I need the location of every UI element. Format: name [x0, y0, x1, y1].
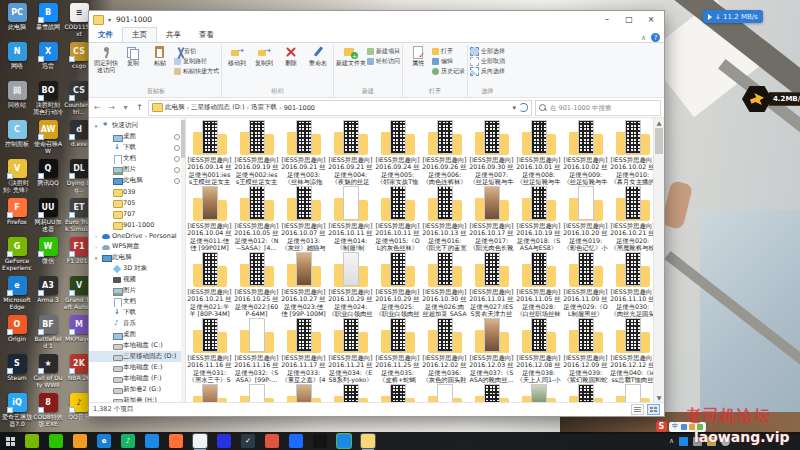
ime-mode-label[interactable]: 中 [672, 422, 679, 431]
desktop-icon-Steam[interactable]: SSteam [2, 354, 32, 393]
file-item[interactable] [468, 384, 515, 402]
file-item[interactable]: [IESS异思趣向] 2016.11.09 丝足便当029:《OL制服黑丝》小.… [562, 252, 609, 318]
taskbar-icon-baidu-pan[interactable] [217, 434, 231, 448]
taskbar-icon-app-red[interactable] [265, 434, 279, 448]
forward-button[interactable]: → [106, 103, 117, 112]
maximize-button[interactable]: □ [618, 12, 640, 27]
tab-view[interactable]: 查看 [190, 28, 223, 42]
file-item[interactable]: [IESS异思趣向] 2016.10.27 丝足便当023:佳佳 [99P-10… [280, 252, 327, 318]
file-item[interactable] [374, 384, 421, 402]
file-item[interactable] [562, 384, 609, 402]
desktop-icon-暴雪战网[interactable]: B暴雪战网 [33, 3, 63, 42]
back-button[interactable]: ← [92, 103, 103, 112]
delete-button[interactable]: 删除 [278, 45, 304, 67]
desktop-icon-网易UU加速器[interactable]: UU网易UU加速器 [33, 198, 63, 237]
file-item[interactable]: [IESS异思趣向] 2016.10.25 丝足便当022:[60P-64M] [233, 252, 280, 318]
search-box[interactable] [535, 100, 661, 116]
file-item[interactable]: [IESS异思趣向] 2016.09.24 丝足便当005:《邻家女孩T恤黑丝.… [374, 120, 421, 186]
desktop-icon-回收站[interactable]: 回回收站 [2, 81, 32, 120]
nav-item-本地磁盘 (F:)[interactable]: 本地磁盘 (F:) [89, 373, 185, 384]
file-item[interactable]: [IESS异思趣向] 2016.12.02 丝足便当036:《灰色的圆头鞋意..… [421, 318, 468, 384]
file-item[interactable]: [IESS异思趣向] 2016.10.29 丝足便当025:《职业白领肉丝细..… [374, 252, 421, 318]
select-none-button[interactable]: 全部取消 [470, 57, 505, 66]
file-item[interactable] [280, 384, 327, 402]
breadcrumb-segment[interactable]: 迅雷下载 [251, 103, 277, 112]
easy-access-button[interactable]: 轻松访问 [367, 57, 400, 66]
file-item[interactable]: [IESS异思趣向] 2016.11.16 丝足便当032:《SASA》[99P… [233, 318, 280, 384]
tab-file[interactable]: 文件 [89, 28, 122, 42]
desktop-icon-COD8特效版.EXE[interactable]: 8COD8特效版.EXE [33, 393, 63, 432]
nav-item-新加卷2 (G:)[interactable]: 新加卷2 (G:) [89, 384, 185, 395]
file-item[interactable]: [IESS异思趣向] 2016.09.26 丝足便当006:《肉色连裤袜》含..… [421, 120, 468, 186]
file-item[interactable]: [IESS异思趣向] 2016.09.21 丝足便当004:《夜魅的丝足秘... [327, 120, 374, 186]
file-item[interactable]: [IESS异思趣向] 2016.10.02 丝足便当010:《暮月女主播的丝..… [609, 120, 656, 186]
desktop-icon-决胜时刻 黑色行动冷战[interactable]: BO决胜时刻 黑色行动冷战 [33, 81, 63, 120]
close-button[interactable]: × [640, 12, 662, 27]
file-item[interactable]: [IESS异思趣向] 2016.10.21 丝足便当021:羊羊 [80P-34… [186, 252, 233, 318]
copy-button[interactable]: 复制 [120, 45, 146, 67]
pin-to-quick-access-button[interactable]: 固定到快速访问 [93, 45, 119, 73]
cut-button[interactable]: 剪切 [174, 47, 219, 56]
edit-button[interactable]: 编辑 [432, 57, 465, 66]
file-item[interactable]: [IESS异思趣向] 2016.10.01 丝足便当008:《丝足短靴与牛仔..… [515, 120, 562, 186]
file-item[interactable] [515, 384, 562, 402]
invert-selection-button[interactable]: 反向选择 [470, 67, 505, 76]
nav-item-文档[interactable]: 文档 [89, 153, 185, 164]
open-button[interactable]: 打开 [432, 47, 465, 56]
file-item[interactable] [327, 384, 374, 402]
scrollbar-thumb[interactable] [655, 128, 663, 154]
file-item[interactable]: [IESS异思趣向] 2016.12.12 丝足便当040:《iess总裁T恤肉… [609, 318, 656, 384]
file-item[interactable]: [IESS异思趣向] 2016.10.13 丝足便当016:《阳光下的蓝宽花..… [421, 186, 468, 252]
file-item[interactable] [421, 384, 468, 402]
file-item[interactable]: [IESS异思趣向] 2016.10.20 丝足便当019:《彩色记忆》小样..… [562, 186, 609, 252]
file-item[interactable]: [IESS异思趣向] 2016.10.19 丝足便当018:《SASA与ES8》… [515, 186, 562, 252]
refresh-icon[interactable] [519, 103, 528, 112]
desktop-icon-Origin[interactable]: OOrigin [2, 315, 32, 354]
nav-item-视频[interactable]: 视频 [89, 274, 185, 285]
nav-item-3D 对象[interactable]: 3D 对象 [89, 263, 185, 274]
nav-scrollbar[interactable] [181, 118, 185, 402]
scroll-down-icon[interactable]: ▼ [654, 393, 664, 402]
file-item[interactable] [186, 384, 233, 402]
file-item[interactable]: [IESS异思趣向] 2016.10.17 丝足便当017:《阳光肉色长靴丝..… [468, 186, 515, 252]
desktop-icon-GeForce Experience[interactable]: GGeForce Experience [2, 237, 32, 276]
start-button[interactable] [0, 432, 20, 450]
nav-item-新加卷 (H:)[interactable]: 新加卷 (H:) [89, 395, 185, 402]
help-icon[interactable]: ? [651, 33, 660, 42]
desktop-icon-《决胜时刻: 先锋》[interactable]: V《决胜时刻: 先锋》 [2, 159, 32, 198]
nav-item-本地磁盘 (E:)[interactable]: 本地磁盘 (E:) [89, 362, 185, 373]
nav-item-901-1000[interactable]: 901-1000 [89, 219, 185, 230]
scroll-up-icon[interactable]: ▲ [654, 118, 664, 127]
expander-icon[interactable]: › [92, 244, 100, 250]
desktop-icon-微信[interactable]: W微信 [33, 237, 63, 276]
desktop-icon-迅雷[interactable]: X迅雷 [33, 42, 63, 81]
new-folder-button[interactable]: 新建文件夹 [336, 45, 366, 67]
address-dropdown-icon[interactable]: ▾ [512, 104, 516, 112]
file-item[interactable]: [IESS异思趣向] 2016.11.21 丝足便当034:《ES8系列-yok… [327, 318, 374, 384]
history-button[interactable]: 历史记录 [432, 67, 465, 76]
taskbar-icon-meeting[interactable] [289, 434, 303, 448]
nav-item-此电脑[interactable]: ▾此电脑 [89, 252, 185, 263]
file-item[interactable]: [IESS异思趣向] 2016.11.05 丝足便当028:《白丝职场丝袜女..… [515, 252, 562, 318]
search-input[interactable] [548, 103, 657, 113]
file-item[interactable]: [IESS异思趣向] 2016.09.21 丝足便当003:《丝袜与凉拖鞋》..… [280, 120, 327, 186]
file-item[interactable]: [IESS异思趣向] 2016.10.07 丝足便当013:《灰丝》她猫与[66… [280, 186, 327, 252]
taskbar-icon-app-dark[interactable]: ✓ [241, 434, 255, 448]
desktop-icon-Call of Duty WWII[interactable]: ★Call of Duty WWII [33, 354, 63, 393]
nav-item-图片[interactable]: 图片 [89, 164, 185, 175]
file-item[interactable]: [IESS异思趣向] 2016.09.30 丝足便当007:《丝足短靴与牛仔..… [468, 120, 515, 186]
taskbar-icon-geforce[interactable] [25, 434, 39, 448]
copy-to-button[interactable]: 复制到 [251, 45, 277, 67]
tab-share[interactable]: 共享 [157, 28, 190, 42]
nav-item-文档[interactable]: 文档 [89, 296, 185, 307]
sogou-icon[interactable]: S [656, 421, 667, 432]
file-item[interactable]: [IESS异思趣向] 2016.11.16 丝足便当031:《黑水三千》SASA… [186, 318, 233, 384]
file-item[interactable]: [IESS异思趣向] 2016.10.02 丝足便当009:《丝足短靴与牛仔..… [562, 120, 609, 186]
desktop-icon-腾讯QQ[interactable]: Q腾讯QQ [33, 159, 63, 198]
ribbon-collapse-icon[interactable]: ∧ [641, 34, 646, 42]
paste-shortcut-button[interactable]: 粘贴快捷方式 [174, 67, 219, 76]
nav-item-图片[interactable]: 图片 [89, 285, 185, 296]
desktop-icon-Battlefield 1[interactable]: BFBattlefield 1 [33, 315, 63, 354]
minimize-button[interactable]: – [596, 12, 618, 27]
desktop-icon-此电脑[interactable]: PC此电脑 [2, 3, 32, 42]
